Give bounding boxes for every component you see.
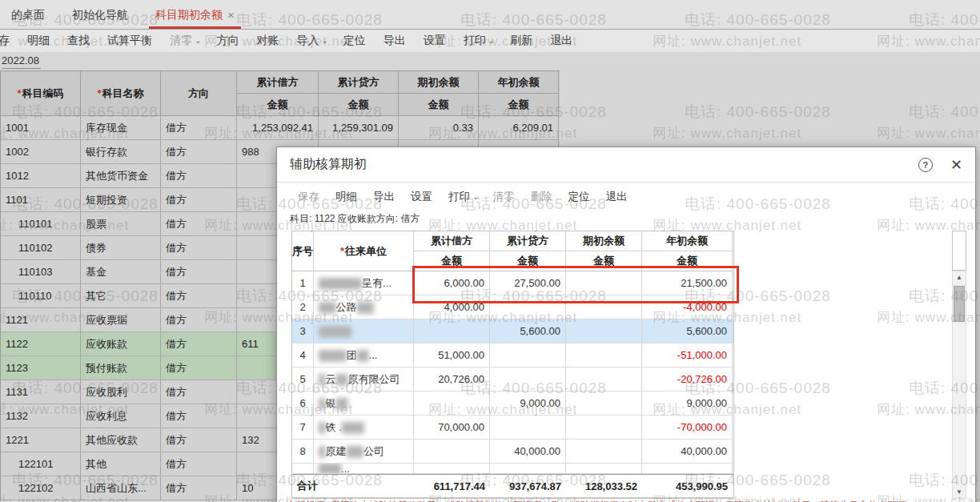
account-code-cell[interactable]: 110110: [1, 284, 81, 308]
account-name-cell[interactable]: 股票: [81, 212, 161, 236]
direction-cell[interactable]: 借方: [161, 380, 237, 404]
account-name-cell[interactable]: 库存现金: [81, 116, 161, 140]
accum-credit-cell[interactable]: [490, 416, 566, 440]
account-code-cell[interactable]: 1122: [1, 332, 81, 356]
direction-cell[interactable]: 借方: [161, 140, 237, 164]
accum-credit-cell[interactable]: [490, 464, 566, 474]
dialog-toolbar-item[interactable]: 打印 ⌄: [448, 190, 479, 204]
direction-cell[interactable]: 借方: [161, 404, 237, 428]
auxiliary-row[interactable]: 7 █铁 .████ 70,000.00 -70,000.00: [292, 416, 733, 440]
auxiliary-row[interactable]: 2 ███公路███ 4,000.00 -4,000.00: [292, 295, 733, 319]
toolbar-item[interactable]: 清零 ⌄: [170, 34, 201, 48]
year-begin-cell[interactable]: 40,000.00: [642, 440, 733, 464]
header-account-code[interactable]: * 科目编码: [1, 71, 81, 116]
dialog-toolbar-item[interactable]: 定位: [568, 190, 592, 204]
account-code-cell[interactable]: 1002: [1, 140, 81, 164]
counterparty-cell[interactable]: █铁 .████: [314, 416, 414, 440]
direction-cell[interactable]: 借方: [161, 332, 237, 356]
account-name-cell[interactable]: 银行存款: [81, 140, 161, 164]
accum-credit-cell[interactable]: 1,259,301.09: [319, 116, 399, 140]
account-code-cell[interactable]: 1221: [1, 428, 81, 452]
direction-cell[interactable]: 借方: [161, 428, 237, 452]
year-begin-cell[interactable]: 6,209.01: [479, 116, 559, 140]
accum-debit-cell[interactable]: 1,253,092.41: [237, 116, 319, 140]
account-code-cell[interactable]: 1012: [1, 164, 81, 188]
dialog-toolbar-item[interactable]: 明细: [335, 190, 359, 204]
accum-debit-cell[interactable]: [414, 464, 490, 474]
opening-balance-cell[interactable]: [566, 367, 642, 392]
toolbar-item[interactable]: 刷新: [510, 34, 535, 48]
year-begin-cell[interactable]: [642, 464, 733, 474]
opening-balance-cell[interactable]: [566, 271, 642, 295]
year-begin-cell[interactable]: 5,600.00: [642, 319, 733, 343]
header-year-begin-balance[interactable]: 年初余额 金额: [479, 71, 559, 116]
auxiliary-row[interactable]: 5 █云██原有限公司 20,726.00 -20,726.00: [292, 367, 733, 392]
tab[interactable]: 科目期初余额 ×: [144, 1, 246, 29]
accum-credit-cell[interactable]: 27,500.00: [490, 271, 566, 295]
accum-credit-cell[interactable]: 5,600.00: [490, 319, 566, 343]
opening-balance-cell[interactable]: [566, 416, 642, 440]
toolbar-item[interactable]: 打印 ⌄: [464, 34, 495, 48]
counterparty-cell[interactable]: ████...: [314, 464, 414, 474]
auxiliary-row[interactable]: 1 ████████呈有... 6,000.00 27,500.00 21,50…: [292, 271, 733, 295]
account-code-cell[interactable]: 1123: [1, 356, 81, 380]
account-name-cell[interactable]: 其他货币资金: [81, 164, 161, 188]
tab[interactable]: 初始化导航: [61, 1, 144, 29]
year-begin-cell[interactable]: -70,000.00: [642, 416, 733, 440]
toolbar-item[interactable]: 存: [0, 34, 12, 48]
dialog-toolbar-item[interactable]: 保存: [298, 190, 322, 204]
close-icon[interactable]: ✕: [950, 159, 962, 171]
year-begin-cell[interactable]: -4,000.00: [642, 295, 733, 319]
opening-balance-cell[interactable]: [566, 343, 642, 367]
opening-balance-cell[interactable]: [566, 392, 642, 416]
account-code-cell[interactable]: 122102: [1, 476, 81, 500]
toolbar-item[interactable]: 定位: [343, 34, 368, 48]
account-code-cell[interactable]: 122101: [1, 452, 81, 476]
direction-cell[interactable]: 借方: [161, 452, 237, 476]
accum-debit-cell[interactable]: 70,000.00: [414, 416, 490, 440]
account-name-cell[interactable]: 应收票据: [81, 308, 161, 332]
accum-credit-cell[interactable]: [490, 295, 566, 319]
account-name-cell[interactable]: 短期投资: [81, 188, 161, 212]
account-name-cell[interactable]: 其他: [81, 452, 161, 476]
scrollbar-thumb[interactable]: [954, 286, 965, 322]
accum-debit-cell[interactable]: [414, 319, 490, 343]
account-name-cell[interactable]: 债券: [81, 236, 161, 260]
toolbar-item[interactable]: 导入 ⌄: [296, 34, 327, 48]
accum-debit-cell[interactable]: 4,000.00: [414, 295, 490, 319]
direction-cell[interactable]: 借方: [161, 356, 237, 380]
vertical-scrollbar[interactable]: ▲ ▼: [952, 271, 966, 499]
help-icon[interactable]: ?: [918, 158, 933, 172]
opening-balance-cell[interactable]: 0.33: [399, 116, 479, 140]
toolbar-item[interactable]: 方向: [216, 34, 241, 48]
counterparty-cell[interactable]: █原建███公司: [314, 440, 414, 464]
direction-cell[interactable]: 借方: [161, 212, 237, 236]
direction-cell[interactable]: 借方: [161, 188, 237, 212]
header-accum-credit[interactable]: 累计贷方 金额: [319, 71, 399, 116]
account-name-cell[interactable]: 其它: [81, 284, 161, 308]
dialog-toolbar-item[interactable]: 设置: [411, 190, 435, 204]
header-accum-debit[interactable]: 累计借方 金额: [237, 71, 319, 116]
dialog-toolbar-item[interactable]: 删除: [530, 190, 554, 204]
account-name-cell[interactable]: 应收股利: [81, 380, 161, 404]
auxiliary-row[interactable]: 4 █████团██... 51,000.00 -51,000.00: [292, 343, 733, 367]
header-account-name[interactable]: * 科目名称: [81, 71, 161, 116]
account-name-cell[interactable]: 应收账款: [81, 332, 161, 356]
account-name-cell[interactable]: 山西省山东...: [81, 476, 161, 500]
opening-balance-cell[interactable]: [566, 464, 642, 474]
account-code-cell[interactable]: 1131: [1, 380, 81, 404]
toolbar-item[interactable]: 试算平衡: [107, 34, 155, 48]
accum-credit-cell[interactable]: [490, 367, 566, 392]
direction-cell[interactable]: 借方: [161, 260, 237, 284]
header-seq-no[interactable]: 序号: [292, 231, 314, 271]
auxiliary-row[interactable]: 8 █原建███公司 40,000.00 40,000.00: [292, 440, 733, 464]
accum-debit-cell[interactable]: 51,000.00: [414, 343, 490, 367]
accum-credit-cell[interactable]: 9,000.00: [490, 392, 566, 416]
dialog-toolbar-item[interactable]: 清零: [492, 190, 516, 204]
header-counterparty[interactable]: * 往来单位: [314, 231, 414, 271]
direction-cell[interactable]: 借方: [161, 116, 237, 140]
dialog-toolbar-item[interactable]: 退出: [605, 190, 629, 204]
counterparty-cell[interactable]: █云██原有限公司: [314, 367, 414, 392]
counterparty-cell[interactable]: ███公路███: [314, 295, 414, 319]
auxiliary-row[interactable]: ████...: [292, 464, 733, 474]
